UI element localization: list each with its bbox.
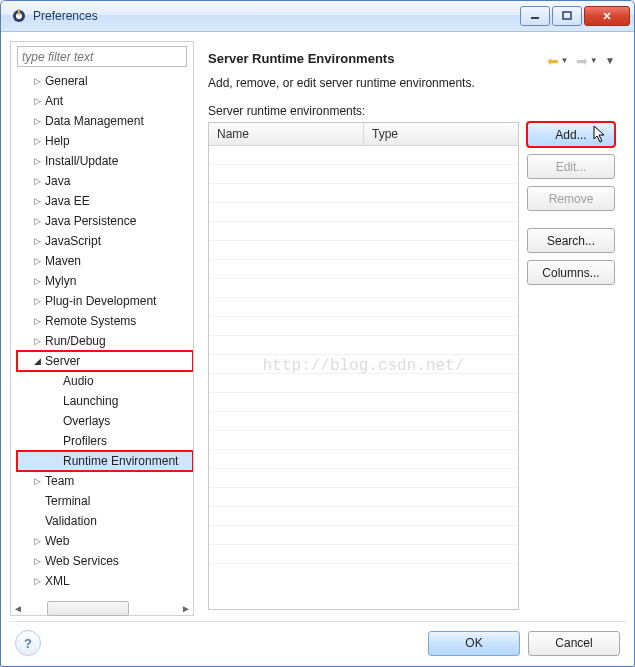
expand-icon[interactable]: ▷: [31, 335, 43, 347]
add-button[interactable]: Add...: [527, 122, 615, 147]
table-row: [209, 450, 518, 469]
tree-item-ant[interactable]: ▷Ant: [17, 91, 193, 111]
tree-item-maven[interactable]: ▷Maven: [17, 251, 193, 271]
forward-menu-icon[interactable]: ▼: [590, 56, 598, 65]
search-button[interactable]: Search...: [527, 228, 615, 253]
tree-item-label: Remote Systems: [45, 314, 136, 328]
tree-item-data-management[interactable]: ▷Data Management: [17, 111, 193, 131]
tree-item-label: Validation: [45, 514, 97, 528]
tree-item-profilers[interactable]: Profilers: [17, 431, 193, 451]
view-menu-icon[interactable]: ▼: [605, 55, 615, 66]
column-name[interactable]: Name: [209, 123, 364, 145]
close-button[interactable]: [584, 6, 630, 26]
expand-icon[interactable]: ▷: [31, 215, 43, 227]
cancel-button[interactable]: Cancel: [528, 631, 620, 656]
horizontal-scrollbar[interactable]: ◄ ►: [11, 601, 193, 615]
tree-item-label: Java EE: [45, 194, 90, 208]
expand-icon[interactable]: ▷: [31, 235, 43, 247]
expand-icon[interactable]: ▷: [31, 175, 43, 187]
preferences-page: Server Runtime Environments ⬅▼ ➡▼ ▼ Add,…: [194, 41, 625, 616]
columns-button[interactable]: Columns...: [527, 260, 615, 285]
tree-item-label: Profilers: [63, 434, 107, 448]
tree-item-label: Plug-in Development: [45, 294, 156, 308]
expand-icon[interactable]: ▷: [31, 195, 43, 207]
tree-item-audio[interactable]: Audio: [17, 371, 193, 391]
tree-item-validation[interactable]: Validation: [17, 511, 193, 531]
page-nav: ⬅▼ ➡▼ ▼: [547, 53, 615, 69]
tree-item-label: Runtime Environment: [63, 454, 178, 468]
tree-item-mylyn[interactable]: ▷Mylyn: [17, 271, 193, 291]
expand-icon[interactable]: ▷: [31, 555, 43, 567]
tree-item-overlays[interactable]: Overlays: [17, 411, 193, 431]
svg-rect-2: [18, 9, 20, 15]
edit-button[interactable]: Edit...: [527, 154, 615, 179]
title-bar[interactable]: Preferences: [1, 1, 634, 32]
tree-item-label: Launching: [63, 394, 118, 408]
tree-item-general[interactable]: ▷General: [17, 71, 193, 91]
tree-item-label: Team: [45, 474, 74, 488]
expand-icon[interactable]: ▷: [31, 75, 43, 87]
remove-button[interactable]: Remove: [527, 186, 615, 211]
expand-icon[interactable]: ▷: [31, 155, 43, 167]
tree-item-xml[interactable]: ▷XML: [17, 571, 193, 591]
tree-item-java-ee[interactable]: ▷Java EE: [17, 191, 193, 211]
tree-item-label: Java: [45, 174, 70, 188]
tree-item-remote-systems[interactable]: ▷Remote Systems: [17, 311, 193, 331]
table-row: [209, 526, 518, 545]
expand-icon[interactable]: ▷: [31, 135, 43, 147]
expand-icon[interactable]: ▷: [31, 95, 43, 107]
tree-item-label: Mylyn: [45, 274, 76, 288]
table-row: [209, 241, 518, 260]
no-expand-icon: [49, 375, 61, 387]
tree-item-label: Maven: [45, 254, 81, 268]
tree-item-java[interactable]: ▷Java: [17, 171, 193, 191]
tree-item-runtime-environment[interactable]: Runtime Environment: [17, 451, 193, 471]
expand-icon[interactable]: ▷: [31, 255, 43, 267]
minimize-button[interactable]: [520, 6, 550, 26]
tree-item-team[interactable]: ▷Team: [17, 471, 193, 491]
tree-item-install-update[interactable]: ▷Install/Update: [17, 151, 193, 171]
tree-item-java-persistence[interactable]: ▷Java Persistence: [17, 211, 193, 231]
scroll-left-icon[interactable]: ◄: [11, 603, 25, 614]
expand-icon[interactable]: ▷: [31, 575, 43, 587]
tree-item-label: Java Persistence: [45, 214, 136, 228]
tree-item-label: Terminal: [45, 494, 90, 508]
expand-icon[interactable]: ▷: [31, 275, 43, 287]
no-expand-icon: [49, 455, 61, 467]
tree-item-help[interactable]: ▷Help: [17, 131, 193, 151]
scroll-thumb[interactable]: [47, 601, 129, 616]
no-expand-icon: [31, 495, 43, 507]
preferences-tree[interactable]: ▷General▷Ant▷Data Management▷Help▷Instal…: [11, 69, 193, 599]
table-row: [209, 393, 518, 412]
tree-item-label: Install/Update: [45, 154, 118, 168]
help-button[interactable]: ?: [15, 630, 41, 656]
runtimes-table[interactable]: Name Type http://blog.csdn.net/: [208, 122, 519, 610]
expand-icon[interactable]: ▷: [31, 535, 43, 547]
tree-item-run-debug[interactable]: ▷Run/Debug: [17, 331, 193, 351]
tree-item-web[interactable]: ▷Web: [17, 531, 193, 551]
tree-item-web-services[interactable]: ▷Web Services: [17, 551, 193, 571]
tree-item-terminal[interactable]: Terminal: [17, 491, 193, 511]
expand-icon[interactable]: ▷: [31, 295, 43, 307]
column-type[interactable]: Type: [364, 123, 518, 145]
tree-item-server[interactable]: ◢Server: [17, 351, 193, 371]
tree-item-launching[interactable]: Launching: [17, 391, 193, 411]
tree-item-label: Audio: [63, 374, 94, 388]
expand-icon[interactable]: ▷: [31, 475, 43, 487]
ok-button[interactable]: OK: [428, 631, 520, 656]
collapse-icon[interactable]: ◢: [31, 355, 43, 367]
tree-item-label: JavaScript: [45, 234, 101, 248]
filter-input[interactable]: [17, 46, 187, 67]
forward-icon[interactable]: ➡: [576, 53, 588, 69]
tree-item-label: Help: [45, 134, 70, 148]
back-icon[interactable]: ⬅: [547, 53, 559, 69]
tree-item-javascript[interactable]: ▷JavaScript: [17, 231, 193, 251]
table-row: [209, 146, 518, 165]
scroll-right-icon[interactable]: ►: [179, 603, 193, 614]
tree-item-plug-in-development[interactable]: ▷Plug-in Development: [17, 291, 193, 311]
expand-icon[interactable]: ▷: [31, 315, 43, 327]
back-menu-icon[interactable]: ▼: [561, 56, 569, 65]
maximize-button[interactable]: [552, 6, 582, 26]
table-row: [209, 412, 518, 431]
expand-icon[interactable]: ▷: [31, 115, 43, 127]
